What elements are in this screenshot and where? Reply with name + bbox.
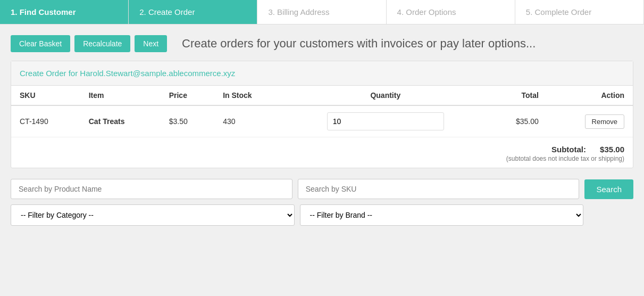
remove-button[interactable]: Remove <box>585 114 624 129</box>
cell-item: Cat Treats <box>80 105 161 137</box>
col-header-item: Item <box>80 86 161 105</box>
cell-total: $35.00 <box>487 105 547 137</box>
search-button[interactable]: Search <box>584 179 633 199</box>
order-table: SKU Item Price In Stock Quantity Total A… <box>11 86 633 137</box>
order-panel-header: Create Order for Harold.Stewart@sample.a… <box>11 61 633 86</box>
cell-sku: CT-1490 <box>11 105 80 137</box>
search-row-filters: -- Filter by Category -- -- Filter by Br… <box>11 204 633 226</box>
search-section: Search -- Filter by Category -- -- Filte… <box>11 179 633 226</box>
next-button[interactable]: Next <box>135 35 167 52</box>
cell-price: $3.50 <box>161 105 215 137</box>
category-filter-select[interactable]: -- Filter by Category -- <box>11 204 295 226</box>
step-tabs: 1. Find Customer 2. Create Order 3. Bill… <box>0 0 644 24</box>
recalculate-button[interactable]: Recalculate <box>74 35 130 52</box>
col-header-action: Action <box>547 86 633 105</box>
search-product-name-input[interactable] <box>11 179 292 199</box>
item-name: Cat Treats <box>89 117 125 126</box>
cell-action: Remove <box>547 105 633 137</box>
search-row-inputs: Search <box>11 179 633 199</box>
col-header-price: Price <box>161 86 215 105</box>
step-tab-3[interactable]: 3. Billing Address <box>257 0 386 24</box>
subtotal-label: Subtotal: <box>551 145 586 154</box>
subtotal-amount: $35.00 <box>592 145 624 154</box>
subtotal-note: (subtotal does not include tax or shippi… <box>20 155 624 162</box>
step-tab-2[interactable]: 2. Create Order <box>129 0 257 24</box>
cell-quantity <box>284 105 487 137</box>
order-panel: Create Order for Harold.Stewart@sample.a… <box>11 61 633 168</box>
col-header-quantity: Quantity <box>284 86 487 105</box>
page-title: Create orders for your customers with in… <box>182 37 536 51</box>
cell-instock: 430 <box>214 105 284 137</box>
table-header-row: SKU Item Price In Stock Quantity Total A… <box>11 86 633 105</box>
action-bar: Clear Basket Recalculate Next Create ord… <box>11 35 633 52</box>
clear-basket-button[interactable]: Clear Basket <box>11 35 70 52</box>
step-tab-5[interactable]: 5. Complete Order <box>515 0 644 24</box>
col-header-total: Total <box>487 86 547 105</box>
subtotal-section: Subtotal: $35.00 (subtotal does not incl… <box>11 137 633 168</box>
main-content: Clear Basket Recalculate Next Create ord… <box>0 24 644 242</box>
search-sku-input[interactable] <box>298 179 580 199</box>
col-header-sku: SKU <box>11 86 80 105</box>
subtotal-row: Subtotal: $35.00 <box>20 145 624 154</box>
table-row: CT-1490 Cat Treats $3.50 430 $35.00 Remo… <box>11 105 633 137</box>
step-tab-4[interactable]: 4. Order Options <box>387 0 515 24</box>
brand-filter-select[interactable]: -- Filter by Brand -- <box>300 204 584 226</box>
step-tab-1[interactable]: 1. Find Customer <box>0 0 129 24</box>
quantity-input[interactable] <box>327 112 444 130</box>
col-header-instock: In Stock <box>214 86 284 105</box>
